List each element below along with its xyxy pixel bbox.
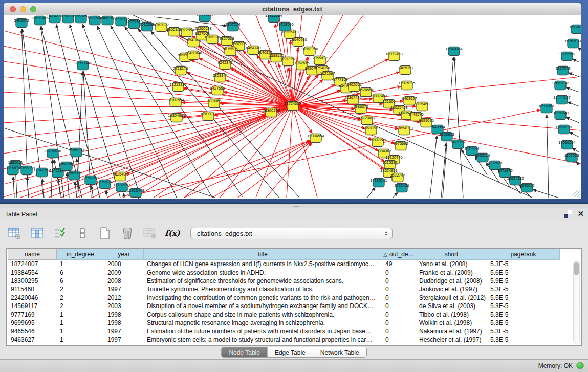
svg-text:19854985: 19854985 bbox=[168, 113, 185, 118]
graph-node-11156869[interactable]: 11156869 bbox=[18, 166, 35, 175]
graph-node-1733426[interactable]: 1733426 bbox=[394, 183, 409, 192]
svg-text:9227343: 9227343 bbox=[555, 66, 570, 71]
graph-node-9097588[interactable]: 9097588 bbox=[59, 162, 74, 171]
graph-node-8267130[interactable]: 8267130 bbox=[201, 112, 215, 121]
graph-node-2803144[interactable]: 2803144 bbox=[212, 73, 227, 82]
graph-node-12444157[interactable]: 12444157 bbox=[553, 95, 570, 104]
graph-node-7986372[interactable]: 7986372 bbox=[353, 104, 368, 114]
graph-node-12213384[interactable]: 12213384 bbox=[169, 82, 186, 92]
column-header-year[interactable]: year bbox=[104, 249, 144, 260]
column-header-short[interactable]: short bbox=[416, 249, 487, 260]
graph-node-8186328[interactable]: 8186328 bbox=[205, 35, 220, 44]
graph-node-18640910[interactable]: 18640910 bbox=[290, 37, 307, 47]
graph-node-17359914[interactable]: 17359914 bbox=[68, 148, 84, 157]
graph-node-7955812[interactable]: 7955812 bbox=[312, 56, 327, 65]
graph-node-15751074[interactable]: 15751074 bbox=[564, 39, 581, 48]
graph-node-9163822[interactable]: 9163822 bbox=[154, 23, 168, 32]
table-row[interactable]: 2242004622012Investigating the contribut… bbox=[8, 294, 561, 302]
table-columns-button[interactable] bbox=[30, 226, 45, 241]
delete-table-button[interactable] bbox=[142, 226, 158, 241]
graph-node-16210643[interactable]: 16210643 bbox=[552, 111, 569, 120]
tab-node-table[interactable]: Node Table bbox=[222, 347, 267, 357]
graph-node-8860128[interactable]: 8860128 bbox=[166, 27, 181, 36]
graph-node-16961758[interactable]: 16961758 bbox=[301, 47, 318, 56]
table-row[interactable]: 946362711997Embryonic stem cells: a mode… bbox=[8, 336, 561, 344]
graph-node-2522747[interactable]: 2522747 bbox=[390, 173, 405, 182]
tab-network-table[interactable]: Network Table bbox=[313, 347, 366, 357]
graph-node-13654923[interactable]: 13654923 bbox=[396, 126, 412, 135]
scrollbar-thumb[interactable] bbox=[574, 262, 579, 275]
panel-divider[interactable] bbox=[0, 204, 588, 208]
graph-node-9245052[interactable]: 9245052 bbox=[519, 183, 534, 192]
graph-node-12093832[interactable]: 12093832 bbox=[552, 81, 569, 90]
resize-grip[interactable] bbox=[573, 190, 580, 198]
column-header-out_de[interactable]: △out_de… bbox=[382, 249, 416, 260]
table-row[interactable]: 1872400712008Changes of HCN gene express… bbox=[8, 260, 561, 268]
float-panel-icon[interactable] bbox=[564, 210, 572, 218]
graph-node-16958107[interactable]: 16958107 bbox=[96, 180, 113, 189]
table-row[interactable]: 1830029562008Estimation of significance … bbox=[8, 277, 561, 285]
new-table-button[interactable] bbox=[97, 226, 113, 241]
network-canvas[interactable]: 1872400718300295193845541985498582671301… bbox=[4, 15, 581, 199]
graph-node-12505135[interactable]: 12505135 bbox=[66, 171, 82, 180]
graph-node-20053346[interactable]: 20053346 bbox=[74, 61, 91, 70]
graph-node-1167533[interactable]: 1167533 bbox=[564, 153, 579, 162]
table-selector-dropdown[interactable]: citations_edges.txt ▲▼ bbox=[190, 228, 393, 239]
table-row[interactable]: 1456911722003Disruption of a novel membe… bbox=[8, 302, 561, 310]
network-window-titlebar[interactable]: citations_edges.txt bbox=[4, 3, 581, 15]
table-settings-button[interactable] bbox=[7, 226, 23, 241]
graph-node-7485063[interactable]: 7485063 bbox=[398, 65, 412, 75]
column-header-pagerank[interactable]: pagerank bbox=[487, 249, 560, 260]
graph-node-8912954[interactable]: 8912954 bbox=[179, 28, 194, 37]
graph-node-7625404[interactable]: 7625404 bbox=[113, 172, 127, 181]
graph-node-8427552[interactable]: 8427552 bbox=[210, 86, 225, 95]
graph-node-16033809[interactable]: 16033809 bbox=[196, 15, 213, 22]
graph-node-12975115[interactable]: 12975115 bbox=[399, 81, 416, 90]
svg-text:18724007: 18724007 bbox=[284, 101, 301, 106]
graph-node-9227343[interactable]: 9227343 bbox=[555, 66, 570, 75]
table-scrollbar[interactable] bbox=[573, 260, 580, 344]
graph-node-6479197[interactable]: 6479197 bbox=[450, 140, 465, 149]
graph-node-1612435[interactable]: 1612435 bbox=[569, 25, 581, 34]
graph-node-2718176[interactable]: 2718176 bbox=[173, 66, 188, 75]
graph-node-9329966[interactable]: 9329966 bbox=[559, 52, 574, 61]
graph-node-12923448[interactable]: 12923448 bbox=[127, 188, 144, 198]
graph-node-9242848[interactable]: 9242848 bbox=[217, 60, 232, 70]
graph-node-7975692[interactable]: 7975692 bbox=[393, 141, 408, 150]
graph-node-9875685[interactable]: 9875685 bbox=[223, 47, 237, 56]
memory-status-indicator[interactable] bbox=[576, 362, 584, 369]
graph-node-8220357[interactable]: 8220357 bbox=[280, 57, 295, 66]
close-panel-icon[interactable]: ✕ bbox=[577, 210, 584, 218]
graph-node-20691406[interactable]: 20691406 bbox=[31, 16, 48, 25]
column-header-title[interactable]: title bbox=[144, 249, 382, 260]
delete-rows-button[interactable] bbox=[120, 226, 135, 241]
table-row[interactable]: 977716911998Corpus callosum shape and si… bbox=[8, 310, 561, 318]
graph-node-2405572[interactable]: 2405572 bbox=[14, 18, 29, 28]
new-file-icon bbox=[99, 227, 111, 240]
function-builder-button[interactable]: f(x) bbox=[165, 226, 180, 241]
graph-node-19854985[interactable]: 19854985 bbox=[168, 113, 185, 122]
graph-node-2170066[interactable]: 2170066 bbox=[206, 99, 221, 108]
graph-node-9115460[interactable]: 9115460 bbox=[415, 102, 430, 111]
column-header-in_degree[interactable]: in_degree bbox=[57, 249, 104, 260]
graph-node-1615132[interactable]: 1615132 bbox=[382, 160, 397, 169]
graph-node-14196141[interactable]: 14196141 bbox=[370, 178, 387, 187]
graph-node-10688609[interactable]: 10688609 bbox=[362, 126, 379, 135]
tab-edge-table[interactable]: Edge Table bbox=[267, 347, 313, 357]
graph-node-7512368[interactable]: 7512368 bbox=[139, 22, 154, 31]
row-height-button[interactable] bbox=[75, 226, 90, 241]
table-row[interactable]: 946554611997Estimation of the future num… bbox=[8, 327, 561, 335]
graph-node-7857224[interactable]: 7857224 bbox=[225, 22, 240, 31]
graph-node-18107554[interactable]: 18107554 bbox=[167, 98, 184, 107]
table-row[interactable]: 911546021997Tourette syndrome. Phenomeno… bbox=[8, 285, 561, 293]
select-rows-button[interactable] bbox=[52, 226, 68, 241]
graph-node-20206536[interactable]: 20206536 bbox=[44, 149, 61, 158]
graph-node-17016504[interactable]: 17016504 bbox=[558, 140, 575, 149]
table-row[interactable]: 1938455462009Genome-wide association stu… bbox=[8, 268, 561, 276]
table-cell: 0 bbox=[382, 336, 416, 343]
column-header-name[interactable]: name bbox=[8, 249, 57, 260]
table-row[interactable]: 969969511998Structural magnetic resonanc… bbox=[8, 319, 561, 327]
graph-node-9414273[interactable]: 9414273 bbox=[47, 15, 62, 23]
graph-node-15720407[interactable]: 15720407 bbox=[358, 116, 375, 125]
graph-node-16648784[interactable]: 16648784 bbox=[445, 47, 462, 56]
